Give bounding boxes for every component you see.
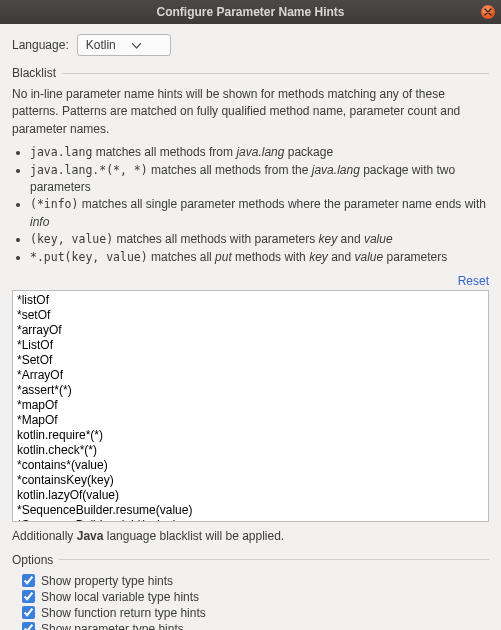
close-button[interactable] [481, 5, 495, 19]
example-item: *.put(key, value) matches all put method… [30, 249, 489, 266]
example-item: (*info) matches all single parameter met… [30, 196, 489, 231]
pattern-examples: java.lang matches all methods from java.… [12, 144, 489, 266]
blacklist-intro: No in-line parameter name hints will be … [12, 86, 489, 138]
blacklist-textarea[interactable] [12, 290, 489, 522]
titlebar: Configure Parameter Name Hints [0, 0, 501, 24]
option-row[interactable]: Show parameter type hints [12, 621, 489, 630]
example-code: java.lang.*(*, *) [30, 163, 148, 177]
example-item: (key, value) matches all methods with pa… [30, 231, 489, 248]
blacklist-title: Blacklist [12, 66, 56, 80]
example-code: (key, value) [30, 232, 113, 246]
option-checkbox[interactable] [22, 622, 35, 630]
reset-row: Reset [12, 274, 489, 288]
example-item: java.lang matches all methods from java.… [30, 144, 489, 161]
option-checkbox[interactable] [22, 574, 35, 587]
example-code: java.lang [30, 145, 92, 159]
divider [62, 73, 489, 74]
close-icon [484, 8, 492, 16]
additional-note: Additionally Java language blacklist wil… [12, 529, 489, 543]
option-label: Show property type hints [41, 574, 173, 588]
example-item: java.lang.*(*, *) matches all methods fr… [30, 162, 489, 197]
example-code: *.put(key, value) [30, 250, 148, 264]
options-title: Options [12, 553, 53, 567]
option-label: Show parameter type hints [41, 622, 184, 630]
option-label: Show local variable type hints [41, 590, 199, 604]
reset-link[interactable]: Reset [458, 274, 489, 288]
option-label: Show function return type hints [41, 606, 206, 620]
language-combo[interactable]: Kotlin [77, 34, 171, 56]
window-title: Configure Parameter Name Hints [8, 5, 493, 19]
options-header: Options [12, 553, 489, 567]
option-row[interactable]: Show function return type hints [12, 605, 489, 621]
blacklist-header: Blacklist [12, 66, 489, 80]
example-code: (*info) [30, 197, 78, 211]
language-value: Kotlin [86, 38, 116, 52]
divider [59, 559, 489, 560]
dialog-content: Language: Kotlin Blacklist No in-line pa… [0, 24, 501, 630]
chevron-down-icon [132, 38, 141, 52]
language-label: Language: [12, 38, 69, 52]
options-list: Show property type hintsShow local varia… [12, 573, 489, 630]
option-row[interactable]: Show property type hints [12, 573, 489, 589]
option-checkbox[interactable] [22, 590, 35, 603]
option-checkbox[interactable] [22, 606, 35, 619]
language-row: Language: Kotlin [12, 34, 489, 56]
option-row[interactable]: Show local variable type hints [12, 589, 489, 605]
